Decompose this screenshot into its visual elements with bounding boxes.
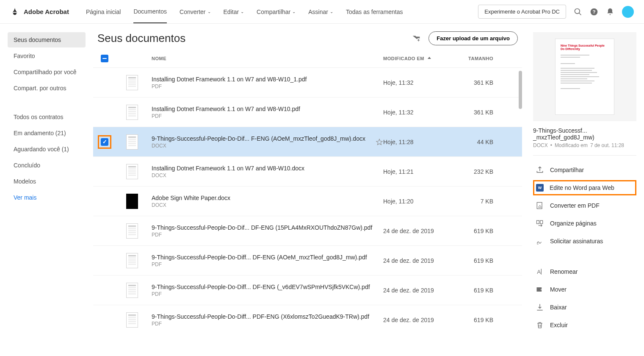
page-header: Seus documentos Fazer upload de um arqui… [93, 31, 522, 50]
sidebar: Seus documentos Favorito Compartilhado p… [0, 24, 93, 341]
file-size: 619 KB [468, 257, 514, 264]
file-size: 232 KB [468, 168, 514, 175]
file-name: 9-Things-Successful-People-Do-Diff... DF… [152, 284, 383, 290]
action-convert-pdf[interactable]: Converter em PDF [533, 198, 636, 213]
file-date: Hoje, 11:20 [383, 198, 468, 205]
nav-edit[interactable]: Editar⌄ [224, 0, 244, 23]
sidebar-awaiting-you[interactable]: Aguardando você (1) [8, 142, 86, 157]
action-delete[interactable]: Excluir [533, 317, 636, 333]
file-thumbnail-icon [126, 134, 138, 150]
file-ext: PDF [152, 291, 383, 297]
nav-share[interactable]: Compartilhar⌄ [257, 0, 296, 23]
sidebar-shared-by-others[interactable]: Compart. por outros [8, 81, 86, 96]
word-icon: W [536, 184, 544, 192]
file-thumbnail-icon [126, 105, 138, 120]
file-size: 619 KB [468, 287, 514, 294]
file-date: Hoje, 11:32 [383, 79, 468, 86]
search-icon[interactable] [574, 8, 582, 16]
move-icon [536, 285, 544, 294]
action-edit-word[interactable]: W Edite no Word para Web [533, 180, 636, 195]
file-ext: DOCX [152, 202, 383, 208]
upload-button[interactable]: Fazer upload de um arquivo [428, 31, 518, 45]
svg-point-0 [575, 8, 580, 14]
file-ext: DOCX [152, 172, 383, 178]
table-row[interactable]: Installing Dotnet Framework 1.1 on W7 an… [93, 156, 522, 186]
header-actions: Fazer upload de um arquivo [412, 31, 518, 45]
table-row[interactable]: Adobe Sign White Paper.docxDOCX Hoje, 11… [93, 186, 522, 216]
chevron-down-icon: ⌄ [330, 9, 333, 14]
file-size: 361 KB [468, 109, 514, 116]
table-row[interactable]: 9-Things-Successful-People-Do-Diff... DF… [93, 275, 522, 305]
sidebar-see-more[interactable]: Ver mais [8, 190, 86, 205]
avatar[interactable] [622, 6, 634, 18]
table-row[interactable]: 9-Things-Successful-People-Do-Diff... PD… [93, 305, 522, 334]
action-move[interactable]: Mover [533, 282, 636, 297]
nav-documents[interactable]: Documentos [133, 0, 167, 23]
sidebar-all-contracts[interactable]: Todos os contratos [8, 109, 86, 125]
action-rename[interactable]: A Renomear [533, 264, 636, 279]
file-size: 44 KB [468, 139, 514, 145]
sort-arrow-up-icon [427, 56, 432, 61]
table-rows: Installing Dotnet Framework 1.1 on W7 an… [93, 67, 522, 334]
sidebar-in-progress[interactable]: Em andamento (21) [8, 125, 86, 141]
col-size[interactable]: TAMANHO [468, 56, 514, 61]
organize-icon [536, 219, 544, 228]
nav-home[interactable]: Página inicial [86, 0, 121, 23]
logo-section: Adobe Acrobat [10, 7, 69, 17]
file-name: 9-Things-Successful-People-Do-Diff... PD… [152, 313, 383, 320]
svg-text:?: ? [592, 9, 595, 14]
chevron-down-icon: ⌄ [292, 9, 296, 14]
signature-icon [536, 237, 544, 245]
file-name: Installing Dotnet Framework 1.1 on W7 an… [152, 165, 383, 172]
file-size: 7 KB [468, 198, 514, 205]
svg-line-1 [579, 13, 581, 15]
sidebar-templates[interactable]: Modelos [8, 174, 86, 189]
promo-button[interactable]: Experimente o Acrobat Pro DC [478, 5, 566, 19]
file-date: 24 de dez. de 2019 [383, 287, 468, 294]
file-thumbnail-icon [126, 75, 138, 90]
brand-text: Adobe Acrobat [24, 8, 69, 15]
action-download[interactable]: Baixar [533, 300, 636, 315]
table-row[interactable]: 9-Things-Successful-People-Do-Dif... F-E… [93, 127, 522, 156]
table-row[interactable]: 9-Things-Successful-People-Do-Dif... DF-… [93, 216, 522, 245]
file-table: NOME MODIFICADO EM TAMANHO Installing Do… [93, 50, 522, 334]
page-title: Seus documentos [97, 32, 185, 45]
nav-all-tools[interactable]: Todas as ferramentas [346, 0, 403, 23]
file-thumbnail-icon [126, 164, 138, 179]
help-icon[interactable]: ? [590, 8, 598, 16]
svg-rect-7 [540, 220, 543, 224]
bell-icon[interactable] [606, 8, 614, 16]
sidebar-your-documents[interactable]: Seus documentos [8, 32, 86, 47]
sidebar-completed[interactable]: Concluído [8, 158, 86, 173]
action-share[interactable]: Compartilhar [533, 162, 636, 178]
file-thumbnail-icon [126, 253, 138, 268]
sidebar-favorite[interactable]: Favorito [8, 48, 86, 64]
table-header: NOME MODIFICADO EM TAMANHO [93, 50, 522, 67]
table-row[interactable]: Installing Dotnet Framework 1.1 on W7 an… [93, 97, 522, 127]
nav-sign[interactable]: Assinar⌄ [308, 0, 333, 23]
chevron-down-icon: ⌄ [240, 9, 244, 14]
file-date: Hoje, 11:28 [383, 139, 468, 145]
row-checkbox[interactable] [101, 138, 108, 146]
file-ext: PDF [152, 232, 383, 238]
nav-convert[interactable]: Converter⌄ [180, 0, 210, 23]
file-ext: DOCX [152, 143, 371, 149]
action-request-signatures[interactable]: Solicitar assinaturas [533, 234, 636, 249]
col-modified[interactable]: MODIFICADO EM [383, 56, 468, 61]
table-row[interactable]: 9-Things-Successful-People-Do-Diff... DF… [93, 245, 522, 275]
new-folder-icon[interactable] [412, 34, 421, 43]
detail-panel: Nine Things Successful People Do Differe… [525, 24, 644, 341]
select-all-checkbox[interactable] [101, 55, 108, 62]
share-icon [536, 166, 544, 174]
sidebar-shared-by-you[interactable]: Compartilhado por você [8, 64, 86, 80]
star-icon[interactable] [376, 138, 383, 146]
file-ext: PDF [152, 83, 383, 89]
col-name[interactable]: NOME [152, 56, 383, 61]
scrollbar[interactable] [519, 71, 522, 109]
action-organize[interactable]: Organize páginas [533, 216, 636, 231]
file-size: 619 KB [468, 228, 514, 234]
table-row[interactable]: Installing Dotnet Framework 1.1 on W7 an… [93, 67, 522, 97]
file-name: 9-Things-Successful-People-Do-Dif... DF-… [152, 224, 383, 231]
detail-meta: DOCX • Modificado em 7 de out. 11:28 [533, 142, 636, 148]
file-preview[interactable]: Nine Things Successful People Do Differe… [533, 32, 636, 121]
